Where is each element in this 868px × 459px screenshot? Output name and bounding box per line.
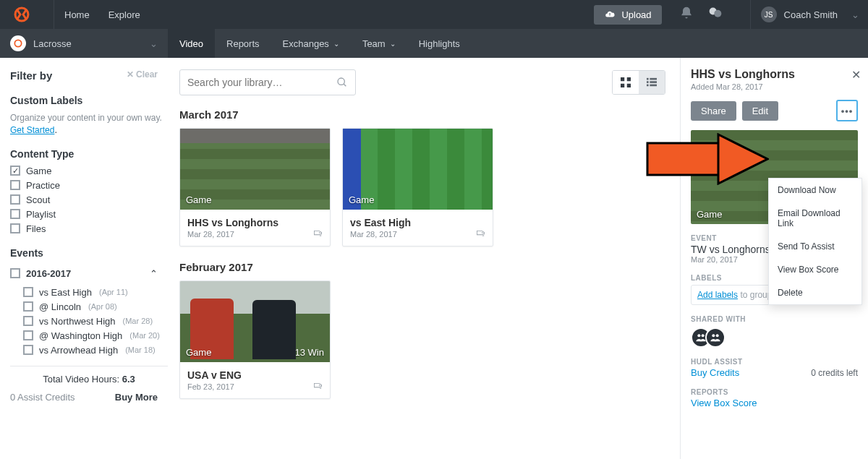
menu-send-to-assist[interactable]: Send To Assist	[769, 235, 861, 258]
more-actions-button[interactable]: •••	[836, 100, 858, 121]
content-type-badge: Game	[186, 194, 211, 205]
filter-sidebar: Filter by✕ Clear Custom Labels Organize …	[0, 58, 168, 459]
video-card[interactable]: Game 20 - 13 Win USA v ENG Feb 23, 2017 …	[179, 280, 331, 399]
checkbox-icon	[23, 330, 33, 340]
checkbox-icon	[10, 223, 20, 233]
event-item[interactable]: vs East High(Apr 11)	[23, 287, 168, 298]
menu-delete[interactable]: Delete	[769, 281, 861, 304]
top-nav: Home Explore	[64, 9, 140, 20]
brand-logo[interactable]	[13, 6, 30, 23]
tab-reports[interactable]: Reports	[215, 29, 271, 58]
list-view-button[interactable]	[639, 71, 665, 94]
view-toggle	[612, 70, 665, 95]
view-box-score-link[interactable]: View Box Score	[691, 398, 858, 408]
checkbox-icon	[10, 166, 20, 176]
event-item[interactable]: vs Northwest High(Mar 28)	[23, 316, 168, 327]
buy-credits-link[interactable]: Buy Credits	[691, 367, 739, 378]
svg-point-2	[714, 10, 721, 17]
checkbox-icon	[23, 316, 33, 326]
svg-rect-13	[650, 81, 657, 83]
tab-team[interactable]: Team⌄	[351, 29, 407, 58]
chevron-up-icon: ⌃	[150, 268, 158, 279]
filter-files[interactable]: Files	[10, 223, 168, 234]
nav-home[interactable]: Home	[64, 9, 90, 20]
tab-exchanges[interactable]: Exchanges⌄	[271, 29, 351, 58]
shared-with-label: SHARED WITH	[691, 315, 858, 323]
filter-game[interactable]: Game	[10, 166, 168, 176]
menu-download-now[interactable]: Download Now	[769, 179, 861, 202]
svg-point-0	[15, 8, 28, 21]
svg-rect-8	[621, 84, 624, 87]
user-name: Coach Smith	[784, 9, 838, 20]
group-title: February 2017	[179, 261, 665, 273]
reports-label: REPORTS	[691, 388, 858, 396]
chevron-down-icon: ⌄	[851, 9, 859, 20]
nav-explore[interactable]: Explore	[109, 9, 140, 20]
search-icon	[336, 77, 348, 88]
event-item[interactable]: @ Washington High(Mar 20)	[23, 330, 168, 341]
checkbox-icon	[10, 194, 20, 205]
season-toggle[interactable]: 2016-2017 ⌃	[10, 265, 168, 283]
content-type-badge: Game	[697, 209, 722, 220]
tag-icon[interactable]: 🏷	[313, 380, 323, 391]
video-date: Mar 28, 2017	[187, 230, 323, 239]
filter-playlist[interactable]: Playlist	[10, 209, 168, 220]
assist-label: HUDL ASSIST	[691, 358, 858, 366]
svg-rect-6	[621, 77, 624, 81]
buy-more-link[interactable]: Buy More	[115, 392, 158, 403]
checkbox-icon	[10, 180, 20, 190]
checkbox-icon	[23, 287, 33, 297]
filter-scout[interactable]: Scout	[10, 194, 168, 205]
chevron-down-icon: ⌄	[390, 40, 396, 48]
group-icon[interactable]	[705, 327, 726, 348]
chevron-down-icon: ⌄	[150, 38, 158, 49]
custom-labels-note: Organize your content in your own way.	[10, 112, 168, 124]
tab-video[interactable]: Video	[168, 29, 215, 58]
content-type-badge: Game	[186, 347, 211, 358]
team-select[interactable]: Lacrosse ⌄	[0, 29, 168, 58]
get-started-link[interactable]: Get Started	[10, 125, 54, 135]
close-icon[interactable]: ✕	[851, 68, 861, 82]
menu-view-box-score[interactable]: View Box Score	[769, 258, 861, 281]
video-date: Mar 28, 2017	[350, 230, 485, 239]
messages-icon[interactable]	[708, 6, 723, 23]
svg-point-17	[702, 334, 705, 337]
svg-rect-15	[650, 85, 657, 87]
video-thumbnail: Game 20 - 13 Win	[180, 281, 330, 362]
sub-nav-bar: Lacrosse ⌄ Video Reports Exchanges⌄ Team…	[0, 29, 868, 58]
event-item[interactable]: @ Lincoln(Apr 08)	[23, 301, 168, 312]
team-name: Lacrosse	[33, 38, 72, 49]
clear-filters[interactable]: ✕ Clear	[127, 69, 158, 80]
divider	[54, 0, 54, 29]
tag-icon[interactable]: 🏷	[313, 228, 323, 239]
menu-email-download-link[interactable]: Email Download Link	[769, 202, 861, 235]
svg-rect-12	[647, 81, 649, 83]
tag-icon[interactable]: 🏷	[476, 228, 485, 239]
user-avatar: JS	[761, 7, 777, 22]
bell-icon[interactable]	[679, 6, 694, 23]
video-title: HHS vs Longhorns	[187, 217, 323, 228]
events-heading: Events	[10, 247, 168, 259]
top-bar: Home Explore Upload JS Coach Smith ⌄	[0, 0, 868, 29]
search-input[interactable]	[187, 77, 336, 88]
tab-highlights[interactable]: Highlights	[407, 29, 472, 58]
content-type-badge: Game	[349, 194, 374, 205]
more-actions-menu: Download Now Email Download Link Send To…	[768, 178, 862, 305]
video-card[interactable]: Game HHS vs Longhorns Mar 28, 2017 🏷	[179, 128, 331, 246]
event-item[interactable]: vs Arrowhead High(Mar 18)	[23, 345, 168, 356]
video-card[interactable]: Game vs East High Mar 28, 2017 🏷	[342, 128, 493, 246]
upload-button[interactable]: Upload	[594, 5, 661, 25]
filter-practice[interactable]: Practice	[10, 180, 168, 191]
edit-button[interactable]: Edit	[742, 101, 778, 121]
svg-rect-10	[647, 78, 649, 80]
grid-view-button[interactable]	[613, 71, 639, 94]
user-menu[interactable]: JS Coach Smith ⌄	[761, 7, 859, 22]
svg-point-19	[716, 334, 719, 337]
svg-rect-9	[627, 84, 631, 87]
team-logo	[10, 35, 26, 51]
share-button[interactable]: Share	[691, 101, 736, 121]
assist-credits: 0 Assist Credits	[10, 392, 75, 403]
panel-title: HHS vs Longhorns	[691, 68, 858, 81]
video-title: USA v ENG	[187, 369, 323, 381]
search-input-wrapper[interactable]	[179, 69, 356, 95]
